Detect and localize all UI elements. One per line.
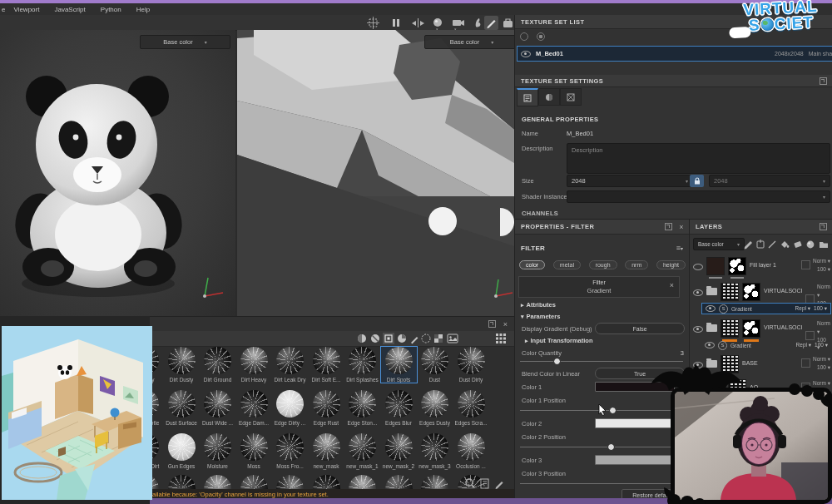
opacity-value[interactable]: 100 ▾ <box>817 265 830 274</box>
shelf-item[interactable]: Edge Rust <box>309 390 344 426</box>
tab-channels[interactable] <box>538 88 560 106</box>
shelf-item-thumbnail[interactable] <box>240 390 268 418</box>
chip-height[interactable]: height <box>656 260 686 269</box>
attributes-group[interactable]: ▸Attributes <box>521 301 556 309</box>
mask-thumbnail[interactable] <box>742 319 760 338</box>
opacity-value[interactable]: 100 ▾ <box>817 363 830 372</box>
visibility-eye-icon[interactable] <box>693 289 703 296</box>
blend-mode[interactable]: Norm ▾ <box>813 379 830 388</box>
visibility-eye-icon[interactable] <box>705 342 715 348</box>
color1-swatch[interactable] <box>595 382 675 392</box>
shelf-item-thumbnail[interactable] <box>276 347 304 374</box>
smart-material-icon[interactable] <box>807 241 815 249</box>
shelf-item-thumbnail[interactable] <box>458 433 485 461</box>
blend-mode[interactable]: Norm ▾ <box>817 319 830 336</box>
shelf-item-thumbnail[interactable] <box>313 390 340 418</box>
chip-color[interactable]: color <box>519 260 545 269</box>
shelf-item[interactable]: Dirt Spots <box>381 347 417 383</box>
size-lock-button[interactable] <box>690 175 704 187</box>
brushes-icon[interactable] <box>411 337 418 343</box>
shelf-item-thumbnail[interactable] <box>385 433 413 461</box>
menu-item-javascript[interactable]: JavaScript <box>54 6 85 13</box>
shelf-item-thumbnail[interactable] <box>421 390 448 418</box>
visibility-eye-icon[interactable] <box>693 264 703 270</box>
properties-header[interactable]: PROPERTIES - FILTER × <box>515 220 690 235</box>
material-mode-icon[interactable] <box>433 18 442 30</box>
channel-dropdown-3d[interactable]: Base color▾ <box>140 35 230 49</box>
shelf-item-thumbnail[interactable] <box>168 390 196 418</box>
shelf-item[interactable]: Dust Surface <box>164 390 200 426</box>
blend-mode[interactable]: Repl ▾ <box>795 305 810 312</box>
shelf-item-thumbnail[interactable] <box>204 433 231 461</box>
add-effect-pen-icon[interactable] <box>745 241 753 250</box>
alphas-icon[interactable] <box>422 334 430 343</box>
grid-view-icon[interactable] <box>495 333 507 344</box>
texture-set-settings-header[interactable]: TEXTURE SET SETTINGS <box>515 75 832 87</box>
transform-gizmo-icon[interactable] <box>367 17 379 29</box>
visibility-eye-icon[interactable] <box>521 51 531 57</box>
shelf-item-thumbnail[interactable] <box>421 347 448 374</box>
line-icon[interactable] <box>769 241 775 248</box>
float-panel-icon[interactable] <box>820 77 827 85</box>
chip-nrm[interactable]: nrm <box>625 260 648 269</box>
edit-resource-icon[interactable] <box>496 482 503 489</box>
shelf-item[interactable]: Dirt Splashes <box>344 347 380 383</box>
shelf-item[interactable]: Dirt Heavy <box>236 347 272 383</box>
texture-set-link-icons[interactable] <box>520 32 545 41</box>
shelf-item[interactable]: Dust <box>417 347 453 383</box>
shelf-item-thumbnail[interactable] <box>276 390 304 418</box>
close-icon[interactable]: × <box>503 320 508 329</box>
layer-row-fill-layer-1[interactable]: Fill layer 1 Norm ▾100 ▾ <box>690 254 832 278</box>
shelf-item[interactable]: Moss <box>236 433 272 469</box>
opacity-value[interactable]: 100 ▾ <box>814 305 827 312</box>
shelf-item[interactable]: Dirt Soft E... <box>309 347 344 383</box>
display-gradient-toggle[interactable]: False <box>595 323 685 334</box>
shelf-item-thumbnail[interactable] <box>458 390 485 418</box>
shelf-item[interactable]: Occlusion ... <box>453 433 489 469</box>
shelf-item[interactable]: Edge Dirty ... <box>272 390 308 426</box>
shelf-item[interactable]: Moisture <box>200 433 235 469</box>
bitmaps-icon[interactable] <box>448 334 458 343</box>
folder-icon[interactable] <box>706 360 717 368</box>
shelf-item[interactable]: new_mask_1 <box>344 433 380 469</box>
layer-thumbnail[interactable] <box>721 283 739 301</box>
shelf-item[interactable]: Edge Dam... <box>236 390 272 426</box>
layers-channel-dropdown[interactable]: Base color▾ <box>693 238 745 250</box>
shelf-item-thumbnail[interactable] <box>276 433 304 461</box>
layer-thumbnail[interactable] <box>721 319 739 338</box>
new-resource-icon[interactable] <box>481 479 488 488</box>
color3-swatch[interactable] <box>595 455 675 465</box>
camera-icon[interactable] <box>453 20 464 30</box>
shelf-item[interactable]: Edge Ston... <box>344 390 380 426</box>
color3-position-slider[interactable] <box>520 483 683 484</box>
shelf-item-thumbnail[interactable] <box>240 347 268 374</box>
shelf-item[interactable]: Edges Dusty <box>417 390 453 426</box>
pause-icon[interactable] <box>393 19 399 27</box>
shelf-item-thumbnail[interactable] <box>385 390 413 418</box>
layer-option-box[interactable] <box>801 358 810 368</box>
symmetry-icon[interactable] <box>412 18 424 27</box>
visibility-eye-icon[interactable] <box>706 305 716 312</box>
layer-effect-gradient[interactable]: Gradient Repl ▾ 100 ▾ <box>701 339 831 351</box>
layer-row-base[interactable]: BASE Norm ▾100 ▾ <box>690 353 832 375</box>
color2-position-slider[interactable] <box>520 447 683 447</box>
layer-row-virtualsociety-2[interactable]: VIRTUALSOCIETY_S... Norm ▾100 ▾ <box>690 317 832 338</box>
smart-materials-icon[interactable] <box>371 334 379 343</box>
layer-thumbnail[interactable] <box>706 257 725 275</box>
folder-icon[interactable] <box>706 288 717 295</box>
shelf-item[interactable]: Dust Dirty <box>453 347 489 383</box>
tab-mesh-maps[interactable] <box>560 88 582 106</box>
size-dropdown[interactable]: 2048▾ <box>567 175 693 187</box>
menu-item-partial[interactable]: e <box>2 6 5 13</box>
menu-item-viewport[interactable]: Viewport <box>13 6 39 13</box>
search-icon[interactable] <box>466 479 475 488</box>
remove-filter-icon[interactable]: × <box>670 281 674 290</box>
shelf-item-thumbnail[interactable] <box>349 390 376 418</box>
patterns-icon[interactable] <box>434 334 443 343</box>
tab-general[interactable] <box>517 88 538 106</box>
shelf-item-thumbnail[interactable] <box>349 347 376 374</box>
float-panel-icon[interactable] <box>488 320 496 328</box>
blend-mode[interactable]: Norm ▾ <box>817 283 830 299</box>
shelf-item[interactable]: Dirt Dusty <box>164 347 200 383</box>
opacity-value[interactable]: 100 ▾ <box>815 342 828 348</box>
